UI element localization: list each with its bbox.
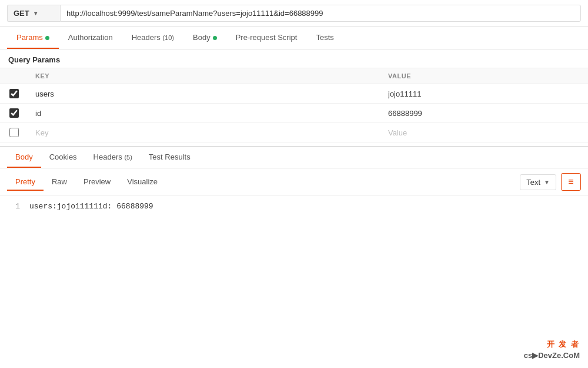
row2-value-cell — [381, 104, 588, 123]
row2-key-input[interactable] — [35, 109, 374, 118]
table-row — [0, 84, 588, 104]
row3-value-input[interactable] — [388, 128, 581, 137]
tab-authorization[interactable]: Authorization — [59, 27, 122, 49]
params-table: KEY VALUE — [0, 68, 588, 142]
response-tab-body[interactable]: Body — [7, 147, 41, 168]
line-numbers: 1 — [8, 202, 20, 211]
row2-checkbox-cell — [0, 104, 28, 123]
method-dropdown-arrow: ▼ — [33, 10, 39, 16]
format-select-value: Text — [526, 178, 540, 187]
row3-key-input[interactable] — [35, 128, 374, 137]
request-tabs-row: Params Authorization Headers (10) Body P… — [0, 27, 588, 49]
row2-checkbox[interactable] — [9, 108, 19, 118]
watermark: 开 发 者 cs▶DevZe.CoM — [524, 339, 580, 360]
row1-checkbox-cell — [0, 84, 28, 104]
row2-key-cell — [28, 104, 381, 123]
format-tab-preview[interactable]: Preview — [75, 174, 119, 191]
format-select-wrap: Text ▼ ≡ — [520, 173, 581, 191]
response-tab-headers[interactable]: Headers (5) — [85, 147, 141, 168]
section-title: Query Params — [0, 49, 588, 68]
row3-key-cell — [28, 123, 381, 142]
format-select-arrow: ▼ — [544, 179, 550, 185]
format-bar: Pretty Raw Preview Visualize Text ▼ ≡ — [0, 168, 588, 196]
row1-value-cell — [381, 84, 588, 104]
method-label: GET — [14, 9, 29, 18]
format-tab-visualize[interactable]: Visualize — [119, 174, 166, 191]
watermark-bottom: cs▶DevZe.CoM — [524, 351, 580, 360]
watermark-top: 开 发 者 — [547, 339, 580, 350]
response-tab-cookies[interactable]: Cookies — [41, 147, 85, 168]
wrap-icon: ≡ — [568, 177, 573, 187]
url-input[interactable] — [60, 5, 581, 22]
format-tab-pretty[interactable]: Pretty — [7, 174, 44, 191]
body-dot — [213, 36, 217, 40]
tab-headers[interactable]: Headers (10) — [122, 27, 183, 49]
format-select[interactable]: Text ▼ — [520, 174, 556, 190]
params-dot — [45, 36, 49, 40]
row2-value-input[interactable] — [388, 109, 581, 118]
tab-prerequest[interactable]: Pre-request Script — [226, 27, 307, 49]
row1-value-input[interactable] — [388, 89, 581, 98]
table-row — [0, 123, 588, 142]
row3-checkbox-cell — [0, 123, 28, 142]
header-key: KEY — [28, 68, 381, 84]
line-number-1: 1 — [8, 202, 20, 211]
top-bar: GET ▼ — [0, 0, 588, 27]
format-tab-raw[interactable]: Raw — [44, 174, 75, 191]
tab-body[interactable]: Body — [183, 27, 226, 49]
method-selector[interactable]: GET ▼ — [7, 5, 60, 22]
params-table-header: KEY VALUE — [0, 68, 588, 84]
row3-checkbox[interactable] — [9, 128, 19, 137]
code-content: users:jojo11111id: 66888999 — [29, 202, 580, 211]
row3-value-cell — [381, 123, 588, 142]
row1-key-cell — [28, 84, 381, 104]
table-row — [0, 104, 588, 123]
code-line-1: users:jojo11111id: 66888999 — [29, 202, 580, 211]
header-value: VALUE — [381, 68, 588, 84]
wrap-button[interactable]: ≡ — [561, 173, 581, 191]
tab-tests[interactable]: Tests — [306, 27, 343, 49]
code-area: 1 users:jojo11111id: 66888999 — [0, 196, 588, 217]
header-checkbox-col — [0, 68, 28, 84]
row1-checkbox[interactable] — [9, 89, 19, 98]
response-tab-testresults[interactable]: Test Results — [141, 147, 199, 168]
row1-key-input[interactable] — [35, 89, 374, 98]
response-tabs-row: Body Cookies Headers (5) Test Results — [0, 146, 588, 168]
tab-params[interactable]: Params — [7, 27, 59, 49]
